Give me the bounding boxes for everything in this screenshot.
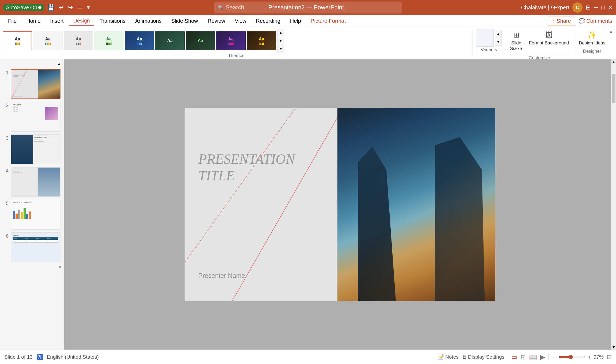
display-settings-label: Display Settings: [468, 354, 504, 360]
themes-section: Aa Aa: [3, 29, 470, 58]
ribbon-collapse-btn[interactable]: ▲: [609, 29, 613, 35]
menu-recording[interactable]: Recording: [252, 16, 285, 26]
themes-scroll: ▲ ▼ ▾: [277, 29, 284, 52]
theme-6[interactable]: Aa: [155, 31, 185, 50]
menu-insert[interactable]: Insert: [46, 16, 68, 26]
designer-section: ✨ Design Ideas Designer: [577, 29, 607, 58]
theme-4[interactable]: Aa: [94, 31, 124, 50]
notes-button[interactable]: 📝 Notes: [438, 354, 459, 360]
themes-scroll-down[interactable]: ▼: [277, 37, 284, 44]
save-icon[interactable]: 💾: [47, 4, 55, 11]
reading-view-btn[interactable]: 📖: [529, 353, 537, 361]
menu-home[interactable]: Home: [22, 16, 45, 26]
themes-scroll-up[interactable]: ▲: [277, 29, 284, 36]
slide-panel-scroll-up[interactable]: ▲: [57, 62, 62, 67]
theme-8[interactable]: Aa: [216, 31, 246, 50]
status-divider: [508, 354, 508, 360]
share-label: Share: [557, 18, 571, 24]
canvas-scrollbar[interactable]: ▲ ▼: [611, 59, 616, 350]
zoom-out-btn[interactable]: －: [552, 354, 557, 361]
slide-size-tool[interactable]: ⊞ SlideSize ▾: [508, 29, 525, 53]
customize-tools: ⊞ SlideSize ▾ 🖼 Format Background: [508, 29, 571, 53]
share-button[interactable]: ↑ Share: [548, 17, 575, 25]
menu-view[interactable]: View: [231, 16, 251, 26]
variant-item[interactable]: [476, 29, 494, 47]
language-label[interactable]: English (United States): [47, 354, 99, 360]
theme-default[interactable]: Aa: [3, 31, 32, 50]
more-icon[interactable]: ▾: [87, 4, 90, 11]
comments-button[interactable]: 💬 Comments: [579, 18, 612, 24]
theme-5[interactable]: Aa: [125, 31, 154, 50]
slide-num-4: 4: [3, 168, 9, 174]
user-avatar[interactable]: C: [572, 2, 583, 13]
slide-thumb-1[interactable]: 1 PRESENTATIONTITLE Presenter Name: [2, 69, 62, 100]
accessibility-icon[interactable]: ♿: [36, 354, 43, 360]
slide-thumb-2[interactable]: 2 AGENDA Topic One Topic Two Topic Three: [2, 101, 62, 132]
present-icon[interactable]: ▭: [77, 4, 83, 11]
zoom-slider[interactable]: [558, 355, 585, 359]
slide-thumb-6[interactable]: 6 TABLE Header 1 Header 2 Header 3 Heade…: [2, 232, 62, 263]
zoom-in-btn[interactable]: ＋: [587, 354, 592, 361]
svg-line-2: [185, 108, 295, 262]
autosave-toggle[interactable]: AutoSave On: [3, 4, 44, 11]
designer-label: Designer: [577, 48, 607, 54]
design-ideas-tool[interactable]: ✨ Design Ideas: [577, 29, 607, 47]
menu-review[interactable]: Review: [203, 16, 230, 26]
themes-scroll-more[interactable]: ▾: [277, 45, 284, 52]
theme-3[interactable]: Aa: [64, 31, 93, 50]
slide-panel-scroll-down[interactable]: ▼: [58, 264, 62, 270]
format-background-icon: 🖼: [545, 31, 553, 39]
slide-main[interactable]: PRESENTATION TITLE Presenter Name: [185, 108, 495, 301]
slide-thumb-4[interactable]: 4 TOPIC ONE: [2, 166, 62, 198]
theme-7[interactable]: Aa: [186, 31, 215, 50]
variants-scroll-up[interactable]: ▲: [495, 30, 502, 37]
search-input[interactable]: [226, 4, 398, 11]
menu-transitions[interactable]: Transitions: [95, 16, 130, 26]
title-bar-right: Chalaivate | 9Expert C ⊟ ─ □ ✕: [521, 2, 613, 13]
normal-view-btn[interactable]: ▭: [511, 353, 517, 361]
redo-icon[interactable]: ↪: [68, 4, 73, 11]
user-initial: C: [576, 5, 579, 10]
main-area: ▲ 1 PRESENTATIONTITLE Presenter Name: [0, 59, 616, 350]
ribbon: Aa Aa: [0, 27, 616, 59]
canvas-scroll-up-btn[interactable]: ▲: [611, 59, 616, 64]
zoom-percent[interactable]: 97%: [594, 354, 604, 360]
menu-file[interactable]: File: [4, 16, 21, 26]
slide4-photo: [38, 168, 60, 196]
slide-thumb-5[interactable]: 5 SALES PERFORMANCE: [2, 199, 62, 230]
format-background-tool[interactable]: 🖼 Format Background: [527, 29, 571, 53]
theme-9[interactable]: Aa: [247, 31, 276, 50]
menu-design[interactable]: Design: [69, 16, 94, 26]
slide-presenter-text[interactable]: Presenter Name: [198, 272, 329, 279]
slide-title-area[interactable]: PRESENTATION TITLE: [198, 135, 329, 184]
slide-canvas[interactable]: ▲ ▼ PRESENTATION TITLE Presenter Name: [64, 59, 616, 350]
slide-thumb-3[interactable]: 3 INTRODUCTION With PowerPoint, you can …: [2, 134, 62, 165]
maximize-icon[interactable]: □: [601, 4, 605, 11]
menu-picture-format[interactable]: Picture Format: [306, 16, 350, 26]
slide-size-icon: ⊞: [513, 31, 519, 39]
slide-photo-overlay: [337, 108, 495, 301]
variants-section: ▲ ▼ Variants: [476, 29, 502, 58]
status-left: Slide 1 of 13 ♿ English (United States): [4, 354, 432, 360]
minimize-icon[interactable]: ─: [594, 4, 598, 11]
themes-label: Themes: [3, 53, 470, 58]
variants-scroll-down[interactable]: ▼: [495, 38, 502, 46]
menu-help[interactable]: Help: [286, 16, 305, 26]
ribbon-toggle-icon[interactable]: ⊟: [586, 4, 591, 11]
slideshow-btn[interactable]: ▶: [540, 353, 545, 361]
notes-icon: 📝: [438, 354, 444, 360]
ribbon-collapse: ▲: [609, 29, 613, 58]
menu-slideshow[interactable]: Slide Show: [167, 16, 202, 26]
theme-2[interactable]: Aa: [33, 31, 63, 50]
display-settings-button[interactable]: 🖥 Display Settings: [462, 354, 504, 360]
share-icon: ↑: [552, 18, 555, 24]
menu-animations[interactable]: Animations: [131, 16, 166, 26]
undo-icon[interactable]: ↩: [59, 4, 64, 11]
menu-bar: File Home Insert Design Transitions Anim…: [0, 15, 616, 27]
fit-slide-btn[interactable]: ⊡: [607, 354, 612, 361]
variants-label: Variants: [481, 47, 497, 52]
toggle-dot: [38, 6, 41, 9]
slide-sorter-btn[interactable]: ⊞: [520, 353, 526, 361]
canvas-scroll-down-btn[interactable]: ▼: [611, 345, 616, 350]
close-icon[interactable]: ✕: [608, 4, 613, 11]
